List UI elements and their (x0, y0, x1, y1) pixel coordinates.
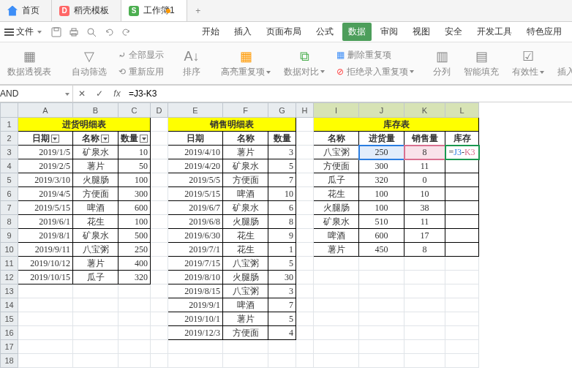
cell-G15[interactable]: 5 (268, 312, 296, 326)
highlight-dup-button[interactable]: ▦高亮重复项 (217, 42, 275, 84)
row-header-9[interactable]: 9 (1, 229, 18, 243)
pivot-table-button[interactable]: ▦数据透视表 (3, 42, 56, 84)
cell-D11[interactable] (151, 257, 168, 271)
data-compare-button[interactable]: ⧉数据对比 (279, 42, 329, 84)
smartfill-button[interactable]: ▤智能填充 (459, 42, 503, 84)
reapply-button[interactable]: ⟲重新应用 (116, 64, 167, 80)
cell-L13[interactable] (445, 284, 479, 298)
menu-special[interactable]: 特色应用 (521, 23, 568, 41)
cell-C13[interactable] (118, 284, 151, 298)
cell-A6[interactable]: 2019/4/5 (18, 187, 73, 201)
row-header-6[interactable]: 6 (1, 187, 18, 201)
cell-G9[interactable]: 9 (268, 229, 296, 243)
cell-J8[interactable]: 510 (359, 215, 404, 229)
menu-start[interactable]: 开始 (196, 23, 225, 41)
cell-F3[interactable]: 薯片 (223, 146, 268, 159)
cell-H5[interactable] (296, 173, 314, 187)
cell-J12[interactable] (359, 271, 404, 284)
cell-H12[interactable] (296, 271, 314, 284)
cell-G11[interactable]: 5 (268, 257, 296, 271)
cell-D2[interactable] (151, 132, 168, 146)
cell-A13[interactable] (18, 284, 73, 298)
cell-H16[interactable] (296, 326, 314, 340)
name-box[interactable]: AND (0, 86, 73, 102)
cell-H11[interactable] (296, 257, 314, 271)
cell-I16[interactable] (314, 326, 359, 340)
cell-G18[interactable] (268, 354, 296, 368)
col-header-C[interactable]: C (118, 103, 151, 118)
cell-G14[interactable]: 7 (268, 298, 296, 312)
autofilter-button[interactable]: ▽自动筛选 (67, 42, 111, 84)
menu-formula[interactable]: 公式 (310, 23, 339, 41)
menu-insert[interactable]: 插入 (228, 23, 257, 41)
cell-A1[interactable]: 进货明细表 (18, 118, 151, 132)
cell-F16[interactable]: 方便面 (223, 326, 268, 340)
cell-H17[interactable] (296, 340, 314, 354)
cell-F4[interactable]: 矿泉水 (223, 159, 268, 173)
cell-G17[interactable] (268, 340, 296, 354)
tab-add-button[interactable]: + (187, 0, 209, 21)
cell-E2[interactable]: 日期 (168, 132, 223, 146)
cell-F2[interactable]: 名称 (223, 132, 268, 146)
cell-H4[interactable] (296, 159, 314, 173)
cell-H8[interactable] (296, 215, 314, 229)
cell-G5[interactable]: 7 (268, 173, 296, 187)
row-header-3[interactable]: 3 (1, 146, 18, 159)
cell-C6[interactable]: 300 (118, 187, 151, 201)
cell-C16[interactable] (118, 326, 151, 340)
cell-L12[interactable] (445, 271, 479, 284)
row-header-4[interactable]: 4 (1, 159, 18, 173)
cell-H2[interactable] (296, 132, 314, 146)
cell-J15[interactable] (359, 312, 404, 326)
cell-K16[interactable] (404, 326, 445, 340)
cell-A9[interactable]: 2019/8/1 (18, 229, 73, 243)
cell-H3[interactable] (296, 146, 314, 159)
cell-F13[interactable]: 八宝粥 (223, 284, 268, 298)
cell-G12[interactable]: 30 (268, 271, 296, 284)
cell-E13[interactable]: 2019/8/15 (168, 284, 223, 298)
cell-K14[interactable] (404, 298, 445, 312)
cell-H15[interactable] (296, 312, 314, 326)
cell-J18[interactable] (359, 354, 404, 368)
cell-C14[interactable] (118, 298, 151, 312)
cell-D1[interactable] (151, 118, 168, 132)
cell-K17[interactable] (404, 340, 445, 354)
cell-K10[interactable]: 8 (404, 243, 445, 257)
cell-B14[interactable] (73, 298, 118, 312)
cell-H9[interactable] (296, 229, 314, 243)
cell-E14[interactable]: 2019/9/1 (168, 298, 223, 312)
cell-G3[interactable]: 3 (268, 146, 296, 159)
cell-L18[interactable] (445, 354, 479, 368)
row-header-10[interactable]: 10 (1, 243, 18, 257)
filter-icon[interactable] (51, 135, 59, 143)
cell-I1[interactable]: 库存表 (314, 118, 479, 132)
cell-C7[interactable]: 600 (118, 201, 151, 215)
cell-F14[interactable]: 啤酒 (223, 298, 268, 312)
cell-E7[interactable]: 2019/6/7 (168, 201, 223, 215)
cell-B6[interactable]: 方便面 (73, 187, 118, 201)
cell-L8[interactable] (445, 215, 479, 229)
cell-L5[interactable] (445, 173, 479, 187)
row-header-17[interactable]: 17 (1, 340, 18, 354)
cell-F8[interactable]: 火腿肠 (223, 215, 268, 229)
cell-A7[interactable]: 2019/5/15 (18, 201, 73, 215)
cell-B13[interactable] (73, 284, 118, 298)
col-header-B[interactable]: B (73, 103, 118, 118)
cell-G7[interactable]: 6 (268, 201, 296, 215)
menu-review[interactable]: 审阅 (375, 23, 404, 41)
cell-B10[interactable]: 八宝粥 (73, 243, 118, 257)
row-header-8[interactable]: 8 (1, 215, 18, 229)
cell-J7[interactable]: 100 (359, 201, 404, 215)
cell-A11[interactable]: 2019/10/12 (18, 257, 73, 271)
cell-F15[interactable]: 薯片 (223, 312, 268, 326)
cell-D6[interactable] (151, 187, 168, 201)
cell-H10[interactable] (296, 243, 314, 257)
cell-I7[interactable]: 火腿肠 (314, 201, 359, 215)
cell-I6[interactable]: 花生 (314, 187, 359, 201)
cell-A18[interactable] (18, 354, 73, 368)
cell-K2[interactable]: 销售量 (404, 132, 445, 146)
cell-L14[interactable] (445, 298, 479, 312)
cell-B17[interactable] (73, 340, 118, 354)
cell-J10[interactable]: 450 (359, 243, 404, 257)
cell-I4[interactable]: 方便面 (314, 159, 359, 173)
